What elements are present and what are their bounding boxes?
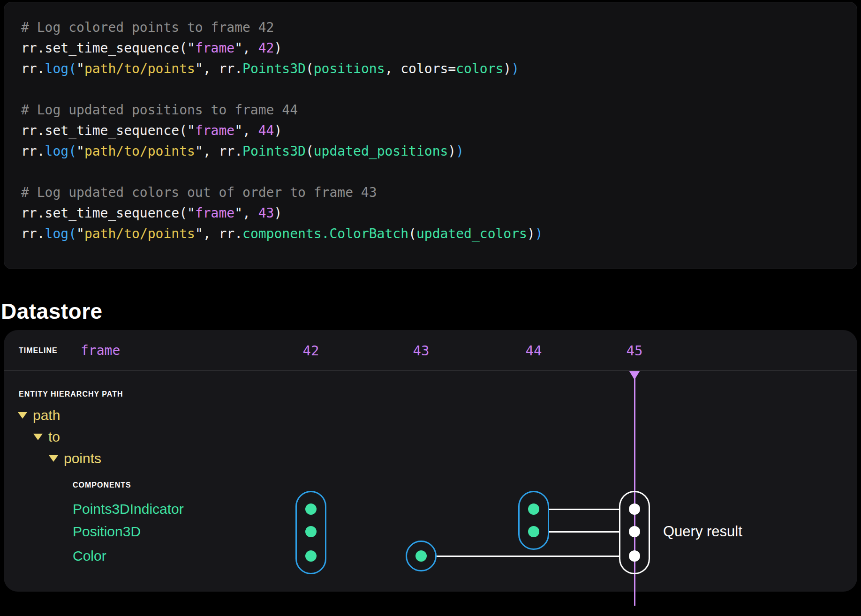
code-token: Points3D (242, 61, 306, 76)
code-token: 44 (258, 123, 274, 138)
docs-page: # Log colored points to frame 42rr.set_t… (0, 0, 861, 616)
timeline-tick-44: 44 (526, 342, 542, 359)
triangle-down-icon (33, 434, 43, 440)
code-line: rr.set_time_sequence("frame", 44) (21, 120, 857, 141)
connector-line (549, 531, 619, 533)
component-dot (629, 550, 640, 562)
code-token: path/to/points (84, 61, 195, 76)
timeline-header-divider (4, 370, 857, 371)
code-token: ", (234, 123, 258, 138)
code-token: , colors= (385, 61, 456, 76)
code-token: updated_colors (416, 226, 527, 241)
timeline-tick-43: 43 (413, 342, 430, 359)
component-dot (415, 550, 427, 562)
code-token: positions (314, 61, 385, 76)
code-token: ( (306, 61, 314, 76)
code-token: updated_positions (314, 143, 448, 159)
code-snippet: # Log colored points to frame 42rr.set_t… (4, 2, 857, 269)
code-token: ) (274, 205, 282, 221)
code-line: rr.set_time_sequence("frame", 43) (21, 203, 857, 224)
code-token: ", (234, 205, 258, 221)
timeline-tick-42: 42 (303, 342, 319, 359)
code-token: frame (195, 40, 234, 56)
playhead-marker-icon (629, 371, 640, 380)
component-dot (528, 526, 539, 537)
code-token: log( (45, 226, 76, 241)
component-dot (305, 550, 317, 562)
code-token: rr. (21, 61, 45, 76)
code-line (21, 79, 857, 100)
code-token: ) (448, 143, 456, 159)
code-token: ", rr. (195, 226, 242, 241)
code-line: rr.set_time_sequence("frame", 42) (21, 38, 857, 59)
code-line: rr.log("path/to/points", rr.components.C… (21, 224, 857, 244)
component-dot (305, 526, 317, 537)
component-label-Position3D: Position3D (73, 523, 141, 541)
component-dot (528, 503, 539, 515)
code-token: # Log colored points to frame 42 (21, 20, 274, 35)
code-token: " (76, 61, 84, 76)
code-token: rr. (21, 226, 45, 241)
code-token: path/to/points (84, 143, 195, 159)
code-token: frame (195, 205, 234, 221)
connector-line (549, 509, 619, 510)
tree-item-points: points (64, 450, 101, 467)
code-line: rr.log("path/to/points", rr.Points3D(upd… (21, 141, 857, 162)
timeline-name: frame (81, 342, 120, 359)
timeline-tick-45: 45 (627, 342, 643, 359)
code-token: ", rr. (195, 61, 242, 76)
query-result-label: Query result (663, 523, 742, 541)
connector-line (437, 556, 619, 557)
code-token: ", (234, 40, 258, 56)
triangle-down-icon (18, 412, 27, 419)
triangle-down-icon (49, 455, 58, 462)
code-token: ) (535, 226, 543, 241)
code-token: ) (527, 226, 535, 241)
component-label-Points3DIndicator: Points3DIndicator (73, 500, 184, 518)
code-token: ) (503, 61, 511, 76)
code-token: ) (511, 61, 519, 76)
code-token: 43 (258, 205, 274, 221)
code-token: 42 (258, 40, 274, 56)
component-dot (629, 526, 640, 537)
code-line: # Log colored points to frame 42 (21, 17, 857, 38)
tree-item-to: to (48, 428, 60, 446)
code-line: rr.log("path/to/points", rr.Points3D(pos… (21, 59, 857, 79)
code-token: " (76, 226, 84, 241)
code-line: # Log updated colors out of order to fra… (21, 182, 857, 203)
code-token: " (76, 143, 84, 159)
frame-44-capsule (518, 491, 549, 550)
code-token: ( (306, 143, 314, 159)
components-label: COMPONENTS (73, 481, 131, 489)
code-line (21, 162, 857, 182)
code-token: # Log updated positions to frame 44 (21, 102, 298, 118)
code-token: log( (45, 143, 76, 159)
code-token: ) (274, 123, 282, 138)
code-token: rr. (21, 143, 45, 159)
timeline-label: TIMELINE (19, 346, 58, 355)
component-label-Color: Color (73, 547, 106, 565)
component-dot (305, 503, 317, 515)
code-token: Points3D (242, 143, 306, 159)
code-token: frame (195, 123, 234, 138)
code-token: ", rr. (195, 143, 242, 159)
code-token: ( (408, 226, 416, 241)
code-token: colors (456, 61, 503, 76)
code-token: rr.set_time_sequence(" (21, 40, 195, 56)
tree-item-path: path (33, 406, 60, 424)
code-token: components.ColorBatch (242, 226, 408, 241)
code-token: ) (456, 143, 464, 159)
code-token: rr.set_time_sequence(" (21, 123, 195, 138)
page-title: Datastore (1, 299, 103, 324)
code-token: log( (45, 61, 76, 76)
code-token: ) (274, 40, 282, 56)
code-line: # Log updated positions to frame 44 (21, 100, 857, 120)
code-token: path/to/points (84, 226, 195, 241)
code-token: rr.set_time_sequence(" (21, 205, 195, 221)
code-token: # Log updated colors out of order to fra… (21, 185, 377, 200)
component-dot (629, 503, 640, 515)
entity-hierarchy-label: ENTITY HIERARCHY PATH (19, 390, 123, 398)
